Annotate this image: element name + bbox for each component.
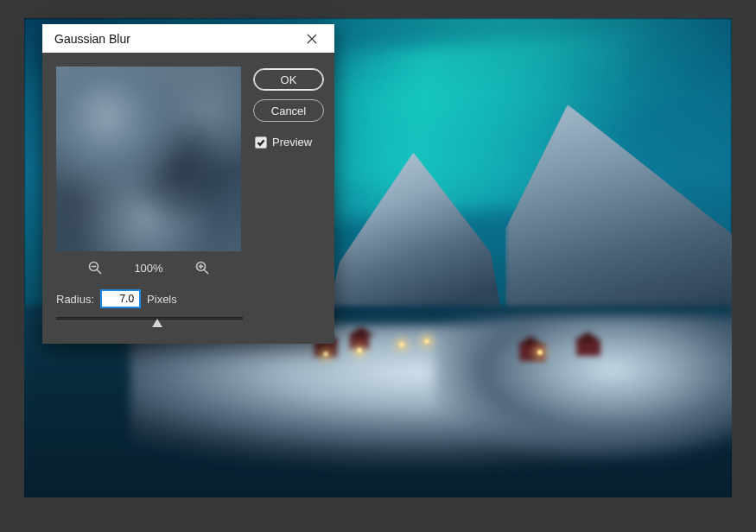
scene-house (350, 334, 369, 349)
checkmark-icon (257, 138, 265, 147)
radius-input[interactable] (101, 290, 140, 307)
cancel-button[interactable]: Cancel (253, 99, 324, 122)
dialog-body: 100% Radius: Pixels OK Cancel Preview (42, 53, 334, 344)
svg-line-4 (204, 269, 208, 274)
dialog-title: Gaussian Blur (54, 32, 130, 46)
scene-light (537, 350, 543, 355)
radius-slider-track[interactable] (56, 317, 243, 321)
zoom-level: 100% (134, 262, 162, 275)
zoom-out-button[interactable] (87, 260, 103, 276)
zoom-in-button[interactable] (194, 260, 210, 276)
scene-light (323, 352, 328, 357)
ok-button[interactable]: OK (253, 68, 324, 91)
scene-light (399, 342, 404, 347)
filter-preview[interactable] (56, 66, 241, 251)
preview-checkbox[interactable] (255, 136, 267, 149)
scene-light (357, 348, 362, 353)
zoom-in-icon (195, 261, 209, 275)
gaussian-blur-dialog: Gaussian Blur 100% Radius: Pixels OK (42, 24, 334, 344)
radius-row: Radius: Pixels (56, 290, 298, 307)
radius-units: Pixels (147, 293, 177, 306)
zoom-out-icon (88, 261, 102, 275)
radius-slider-thumb[interactable] (152, 319, 162, 327)
zoom-controls: 100% (56, 260, 241, 276)
close-button[interactable] (295, 24, 329, 53)
close-icon (307, 34, 317, 44)
scene-house (576, 339, 600, 356)
scene-light (424, 339, 429, 344)
svg-line-1 (98, 269, 102, 274)
preview-checkbox-label: Preview (272, 136, 312, 149)
filter-preview-image (56, 66, 241, 251)
preview-checkbox-row[interactable]: Preview (253, 136, 312, 149)
dialog-buttons: OK Cancel Preview (253, 68, 324, 149)
radius-label: Radius: (56, 293, 94, 306)
dialog-titlebar[interactable]: Gaussian Blur (42, 24, 334, 53)
